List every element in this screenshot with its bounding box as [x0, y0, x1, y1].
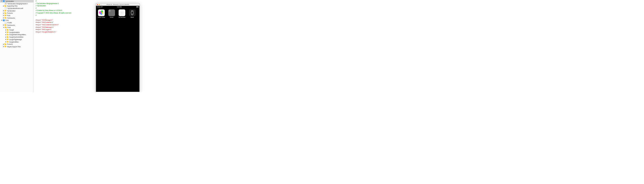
ios-home-screen[interactable]: Game Center Extras TipCalculator Watch: [96, 8, 140, 20]
app-label: Game Center: [98, 16, 105, 18]
nav-folder-products-2[interactable]: Products: [0, 43, 34, 46]
watch-icon: [129, 10, 136, 16]
nav-file-podfile[interactable]: Podfile: [0, 22, 34, 24]
nav-folder-supporting-files[interactable]: Supporting Files: [0, 5, 34, 7]
nav-folder-google-analytics[interactable]: GoogleAnalytics: [0, 31, 34, 34]
code-line: // Created by Simo Ahava on 12/10/15.: [36, 10, 322, 12]
code-line: // TipCalculator-BridgingHeader.h: [36, 2, 322, 5]
file-label: TipCalculator-BridgingHeader.h: [8, 3, 28, 4]
traffic-lights: [97, 4, 102, 5]
extras-folder-icon: [108, 10, 115, 16]
file-label: TipCalculatorModel.swift: [8, 8, 23, 9]
nav-folder-targets-support[interactable]: Targets Support Files: [0, 46, 34, 48]
nav-root[interactable]: TipCalculator: [0, 0, 34, 2]
app-label: TipCalculator: [118, 16, 126, 18]
folder-label: GoogleNetworkingUtilities: [9, 34, 26, 35]
folder-label: GoogleTagManager: [9, 39, 22, 40]
code-line: //: [36, 14, 322, 17]
project-label: Pods: [5, 20, 9, 21]
nav-folder-pods-2[interactable]: Pods: [0, 26, 34, 29]
nav-pods-project[interactable]: Pods: [0, 19, 34, 22]
svg-rect-7: [131, 12, 133, 14]
ios-simulator-window: iPhone 6s - iPhone 6s / iOS 9.0 (13A340)…: [96, 3, 140, 92]
folder-label: GoogleAnalytics: [9, 32, 20, 33]
app-watch[interactable]: Watch: [128, 10, 136, 18]
app-extras[interactable]: Extras: [108, 10, 116, 18]
code-line: // Copyright © 2015 Simo Ahava. All righ…: [36, 12, 322, 14]
nav-root-label: TipCalculator: [5, 0, 14, 2]
game-center-icon: [98, 10, 105, 16]
code-editor[interactable]: // // TipCalculator-BridgingHeader.h // …: [34, 0, 322, 92]
folder-label: Products: [7, 44, 13, 45]
folder-label: Google: [9, 29, 14, 31]
nav-folder-frameworks-2[interactable]: Frameworks: [0, 24, 34, 26]
app-label: Extras: [110, 16, 113, 18]
tipcalculator-icon: [118, 10, 125, 16]
code-line: #import "TAGDataLayer.h": [36, 26, 322, 29]
folder-label: Frameworks: [7, 17, 15, 19]
nav-folder-google-networking[interactable]: GoogleNetworkingUtilities: [0, 34, 34, 36]
folder-label: Frameworks: [7, 24, 15, 26]
folder-label: Supporting Files: [7, 5, 18, 7]
nav-file-model-swift[interactable]: TipCalculatorModel.swift: [0, 7, 34, 10]
nav-folder-google-tagmanager[interactable]: GoogleTagManager: [0, 38, 34, 41]
nav-folder-tipcalculator[interactable]: TipCalculator: [0, 10, 34, 12]
simulator-title: iPhone 6s - iPhone 6s / iOS 9.0 (13A340): [102, 4, 133, 5]
app-game-center[interactable]: Game Center: [97, 10, 106, 18]
minimize-icon[interactable]: [99, 4, 100, 5]
nav-folder-google-utilities[interactable]: GoogleUtilities: [0, 41, 34, 43]
nav-folder-pods[interactable]: Pods: [0, 14, 34, 17]
nav-folder-products[interactable]: Products: [0, 12, 34, 14]
close-icon[interactable]: [97, 4, 98, 5]
file-navigator[interactable]: TipCalculator hTipCalculator-BridgingHea…: [0, 0, 34, 92]
nav-folder-google[interactable]: Google: [0, 29, 34, 31]
code-line: #import <Google/Analytics.h>: [36, 31, 322, 33]
app-tipcalculator[interactable]: TipCalculator: [118, 10, 126, 18]
code-line: //: [36, 0, 322, 2]
folder-label: Targets Support Files: [7, 46, 20, 48]
code-line: #import "TAGLogger.h": [36, 28, 322, 31]
folder-label: Pods: [8, 27, 11, 28]
folder-label: Products: [7, 12, 13, 14]
nav-folder-frameworks[interactable]: Frameworks: [0, 17, 34, 19]
code-line: // TipCalculator: [36, 5, 322, 7]
battery-icon: [136, 6, 138, 8]
simulator-titlebar[interactable]: iPhone 6s - iPhone 6s / iOS 9.0 (13A340): [96, 3, 140, 6]
code-line: //: [36, 7, 322, 10]
nav-folder-google-symbol[interactable]: GoogleSymbolUtilities: [0, 36, 34, 38]
nav-file-bridging-header[interactable]: hTipCalculator-BridgingHeader.h: [0, 2, 34, 5]
folder-label: Pods: [7, 15, 10, 16]
code-line: #import "TAGManager.h": [36, 19, 322, 22]
folder-label: GoogleUtilities: [9, 41, 18, 43]
wifi-icon: [101, 6, 102, 8]
folder-label: TipCalculator: [7, 10, 16, 12]
carrier-label: Carrier: [97, 6, 101, 8]
zoom-icon[interactable]: [100, 4, 102, 5]
status-time: 9:23 PM: [117, 6, 122, 8]
app-label: Watch: [130, 16, 134, 18]
ios-status-bar: Carrier 9:23 PM: [96, 6, 140, 8]
code-line: #import "TAGContainerOpener.h": [36, 24, 322, 26]
file-label: Podfile: [8, 22, 12, 24]
code-blank-line: [36, 16, 322, 19]
folder-label: GoogleSymbolUtilities: [9, 36, 24, 38]
code-line: #import "TAGContainer.h": [36, 21, 322, 24]
